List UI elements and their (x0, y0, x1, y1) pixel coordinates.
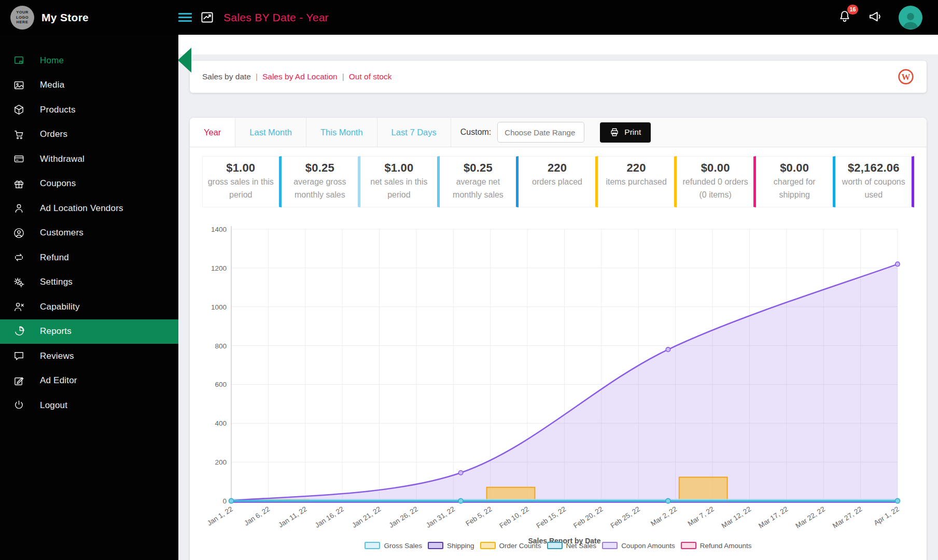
stat-card: $0.00charged for shipping (756, 156, 835, 207)
sidebar-item-label: Orders (40, 129, 67, 139)
sidebar-item-refund[interactable]: Refund (0, 245, 178, 270)
sidebar-item-ad-location-vendors[interactable]: Ad Location Vendors (0, 196, 178, 221)
stat-value: $0.00 (760, 161, 830, 175)
sidebar-item-label: Ad Location Vendors (40, 203, 123, 214)
sidebar-item-label: Reviews (40, 351, 74, 361)
legend-label: Refund Amounts (700, 542, 752, 550)
x-axis-tick-label: Feb 20, 22 (572, 505, 604, 530)
capability-icon (13, 301, 26, 313)
home-icon (13, 54, 26, 67)
sidebar-item-label: Settings (40, 277, 73, 287)
sidebar-item-label: Capability (40, 302, 80, 312)
tab-last-7-days[interactable]: Last 7 Days (377, 118, 451, 147)
date-range-input[interactable] (497, 122, 584, 143)
legend-swatch (602, 542, 618, 549)
x-axis-tick-label: Jan 26, 22 (388, 505, 419, 529)
stat-label: gross sales in this period (206, 176, 276, 202)
sidebar-item-media[interactable]: Media (0, 73, 178, 98)
y-axis-tick-label: 1000 (211, 303, 227, 311)
stat-value: $1.00 (206, 161, 276, 175)
sidebar-item-customers[interactable]: Customers (0, 221, 178, 246)
legend-item-refund-amounts[interactable]: Refund Amounts (681, 542, 752, 550)
x-axis-tick-label: Jan 16, 22 (314, 505, 345, 529)
sidebar-item-reports[interactable]: Reports (0, 319, 178, 344)
stat-label: average net monthly sales (443, 176, 513, 202)
store-logo[interactable]: YOUR LOGO HERE (10, 6, 34, 30)
sidebar-item-home[interactable]: Home (0, 48, 178, 73)
sidebar-item-coupons[interactable]: Coupons (0, 172, 178, 197)
sidebar-item-orders[interactable]: Orders (0, 122, 178, 147)
logout-icon (13, 399, 26, 412)
net-sales-point (666, 498, 670, 503)
y-axis-tick-label: 0 (222, 497, 227, 505)
legend-label: Coupon Amounts (621, 542, 675, 550)
x-axis-tick-label: Jan 11, 22 (277, 505, 308, 529)
withdrawal-icon (13, 153, 26, 165)
chart-line-icon (200, 10, 214, 24)
page-title: Sales BY Date - Year (223, 11, 329, 24)
sidebar-item-reviews[interactable]: Reviews (0, 344, 178, 369)
breadcrumb-sales-by-ad-location[interactable]: Sales by Ad Location (262, 72, 338, 81)
user-silhouette-icon (900, 10, 921, 30)
sidebar-item-logout[interactable]: Logout (0, 393, 178, 418)
breadcrumb-sales-by-date[interactable]: Sales by date (202, 72, 251, 81)
sidebar-item-settings[interactable]: Settings (0, 270, 178, 295)
tab-this-month[interactable]: This Month (306, 118, 377, 147)
breadcrumb-out-of-stock[interactable]: Out of stock (349, 72, 392, 81)
breadcrumb-card: Sales by date | Sales by Ad Location | O… (190, 61, 927, 93)
x-axis-tick-label: Jan 6, 22 (243, 505, 271, 527)
stat-card: $1.00gross sales in this period (202, 156, 282, 207)
subheader-band (178, 35, 938, 54)
announcements-button[interactable] (867, 9, 883, 26)
legend-item-shipping[interactable]: Shipping (428, 542, 474, 550)
sidebar-item-label: Ad Editor (40, 375, 77, 386)
sidebar-item-label: Coupons (40, 178, 76, 189)
topbar: YOUR LOGO HERE My Store Sales BY Date - … (0, 0, 938, 35)
stat-label: refunded 0 orders (0 items) (680, 176, 750, 202)
svg-text:W: W (902, 72, 911, 82)
user-avatar[interactable] (899, 6, 922, 30)
legend-item-order-counts[interactable]: Order Counts (480, 542, 541, 550)
stat-label: items purchased (601, 176, 671, 189)
net-sales-point (895, 498, 900, 503)
legend-label: Order Counts (499, 542, 541, 550)
x-axis-tick-label: Jan 21, 22 (351, 505, 382, 529)
sidebar-item-label: Media (40, 80, 64, 90)
sidebar-item-capability[interactable]: Capability (0, 295, 178, 319)
sidebar-item-products[interactable]: Products (0, 97, 178, 122)
x-axis-tick-label: Apr 1, 22 (873, 505, 901, 527)
sidebar-item-label: Products (40, 105, 76, 115)
store-logo-text: YOUR LOGO HERE (10, 10, 34, 24)
sidebar-item-label: Customers (40, 228, 83, 238)
coupon-amounts-point (458, 470, 463, 474)
tab-year[interactable]: Year (190, 118, 235, 147)
stats-row: $1.00gross sales in this period$0.25aver… (202, 156, 914, 207)
legend-swatch (681, 542, 696, 549)
x-axis-tick-label: Mar 22, 22 (794, 505, 827, 530)
stat-label: worth of coupons used (839, 176, 909, 202)
x-axis-tick-label: Jan 31, 22 (425, 505, 456, 529)
legend-item-gross-sales[interactable]: Gross Sales (365, 542, 422, 550)
stat-label: net sales in this period (364, 176, 434, 202)
menu-toggle-icon[interactable] (178, 13, 192, 22)
legend-swatch (428, 542, 443, 549)
tab-last-month[interactable]: Last Month (235, 118, 306, 147)
media-icon (13, 79, 26, 91)
main-content: Sales by date | Sales by Ad Location | O… (178, 35, 938, 560)
legend-item-net-sales[interactable]: Net Sales (547, 542, 597, 550)
coupon-amounts-point (895, 262, 900, 266)
print-button[interactable]: Print (600, 122, 651, 143)
legend-item-coupon-amounts[interactable]: Coupon Amounts (602, 542, 675, 550)
y-axis-tick-label: 400 (215, 419, 227, 427)
stat-value: $0.25 (285, 161, 355, 175)
x-axis-tick-label: Mar 2, 22 (649, 505, 678, 528)
sidebar-item-label: Logout (40, 400, 67, 411)
sidebar-item-ad-editor[interactable]: Ad Editor (0, 369, 178, 394)
sidebar-item-withdrawal[interactable]: Withdrawal (0, 147, 178, 172)
net-sales-point (229, 498, 233, 503)
stat-label: orders placed (522, 176, 592, 189)
notifications-button[interactable]: 16 (837, 9, 852, 26)
report-filter-tabs: Year Last Month This Month Last 7 Days C… (190, 118, 927, 147)
x-axis-tick-label: Feb 15, 22 (535, 505, 567, 530)
wordpress-icon: W (898, 68, 914, 85)
